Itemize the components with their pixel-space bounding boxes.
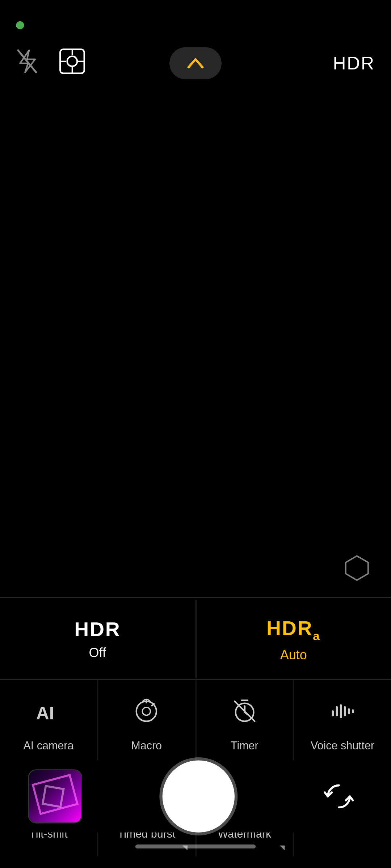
ai-camera-icon: AI	[34, 697, 63, 731]
hdr-auto-title: HDRa	[266, 617, 321, 643]
hdr-panel: HDR Off HDRa Auto	[0, 600, 391, 678]
viewfinder[interactable]	[0, 11, 391, 596]
shutter-area	[0, 761, 391, 833]
mode-timer[interactable]: Timer	[196, 680, 294, 767]
gallery-thumbnail[interactable]	[28, 770, 83, 824]
mode-macro[interactable]: Macro	[98, 680, 196, 767]
settings-icon[interactable]	[339, 550, 375, 586]
toolbar-left	[16, 47, 86, 80]
hdr-off-title: HDR	[74, 618, 121, 642]
top-toolbar: HDR	[16, 47, 375, 80]
flash-toggle[interactable]	[16, 48, 38, 78]
hdr-off-subtitle: Off	[89, 645, 106, 660]
voice-shutter-label: Voice shutter	[311, 739, 374, 751]
macro-icon	[133, 697, 161, 731]
timer-icon	[231, 697, 259, 731]
mode-voice-shutter[interactable]: Voice shutter	[294, 680, 391, 767]
home-indicator	[135, 844, 256, 848]
hdr-button[interactable]: HDR	[333, 53, 375, 74]
svg-text:AI: AI	[37, 703, 55, 723]
camera-screen: HDR HDR Off HDRa Auto	[0, 11, 391, 856]
hdr-auto-option[interactable]: HDRa Auto	[196, 600, 391, 678]
mode-ai-camera[interactable]: AI AI camera	[0, 680, 98, 767]
flip-camera-button[interactable]	[315, 773, 363, 821]
divider-top	[0, 597, 391, 598]
status-indicator	[16, 21, 24, 29]
shutter-button[interactable]	[163, 761, 235, 833]
hdr-auto-subtitle: Auto	[280, 647, 307, 662]
expand-settings-button[interactable]	[169, 47, 222, 80]
watermark-arrow	[280, 846, 285, 851]
voice-shutter-icon	[328, 697, 357, 731]
hdr-off-option[interactable]: HDR Off	[0, 600, 196, 678]
modes-row-1: AI AI camera Macro	[0, 680, 391, 769]
timer-label: Timer	[231, 739, 258, 751]
ai-camera-label: AI camera	[24, 739, 74, 751]
svg-point-2	[67, 56, 77, 67]
focus-mode-toggle[interactable]	[58, 47, 87, 80]
macro-label: Macro	[131, 739, 162, 751]
status-bar	[16, 21, 375, 29]
